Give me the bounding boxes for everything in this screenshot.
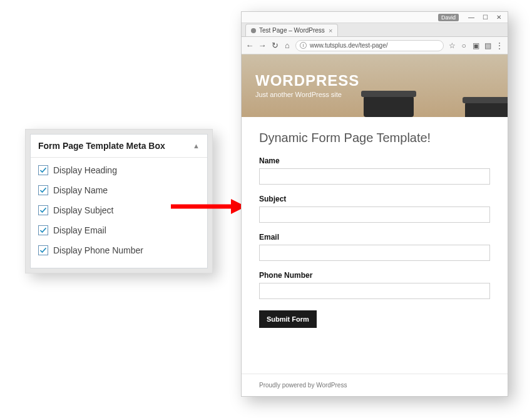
arrow-icon [171,198,246,215]
star-icon[interactable]: ☆ [448,41,456,50]
menu-icon[interactable]: ⋮ [495,41,504,50]
home-icon[interactable]: ⌂ [283,41,292,50]
checkbox-display-heading[interactable]: Display Heading [38,160,200,180]
email-label: Email [259,233,490,242]
site-info-icon[interactable]: i [300,42,307,49]
address-bar: ← → ↻ ⌂ i www.tutsplus.dev/test-page/ ☆ … [242,37,508,54]
forward-icon[interactable]: → [258,41,267,50]
url-text: www.tutsplus.dev/test-page/ [310,42,388,49]
minimize-button[interactable]: — [465,14,478,21]
checkbox-label: Display Subject [53,205,114,215]
maximize-button[interactable]: ☐ [479,14,491,21]
phone-input[interactable] [259,283,490,299]
checkbox-display-phone[interactable]: Display Phone Number [38,240,200,260]
metabox-title: Form Page Template Meta Box [38,141,165,151]
page-body: WORDPRESS Just another WordPress site Dy… [242,54,508,396]
checkbox-icon [38,165,48,175]
checkbox-label: Display Name [53,185,108,195]
browser-window: David — ☐ ✕ Test Page – WordPress × ← → … [241,11,508,397]
name-label: Name [259,156,490,165]
page-heading: Dynamic Form Page Template! [259,131,490,145]
email-input[interactable] [259,245,490,261]
footer-text: Proudly powered by WordPress [259,382,347,389]
submit-button[interactable]: Submit Form [259,310,317,328]
subject-label: Subject [259,195,490,203]
site-footer: Proudly powered by WordPress [242,374,508,396]
site-tagline: Just another WordPress site [255,91,359,98]
hero-banner: WORDPRESS Just another WordPress site [242,54,508,117]
plant-decor [465,101,508,117]
checkbox-icon [38,205,48,215]
back-icon[interactable]: ← [245,41,254,50]
collapse-icon[interactable]: ▲ [193,142,200,150]
metabox-header[interactable]: Form Page Template Meta Box ▲ [31,135,207,158]
tab-close-icon[interactable]: × [325,27,332,34]
checkbox-display-email[interactable]: Display Email [38,220,200,240]
favicon-icon [251,28,256,33]
page-icon[interactable]: ▤ [483,41,492,50]
tab-strip: Test Page – WordPress × [242,23,508,37]
extension-icon[interactable]: ▣ [471,41,480,50]
name-input[interactable] [259,168,490,185]
phone-label: Phone Number [259,271,490,280]
subject-input[interactable] [259,206,490,223]
checkbox-label: Display Heading [53,165,117,175]
reload-icon[interactable]: ↻ [270,41,279,50]
close-button[interactable]: ✕ [493,14,505,21]
user-pill[interactable]: David [438,14,459,21]
checkbox-icon [38,225,48,235]
url-field[interactable]: i www.tutsplus.dev/test-page/ [295,40,444,51]
checkbox-label: Display Email [53,225,106,235]
checkbox-icon [38,185,48,195]
site-title: WORDPRESS [255,72,359,89]
browser-tab[interactable]: Test Page – WordPress × [245,24,338,36]
checkbox-icon [38,245,48,255]
page-content: Dynamic Form Page Template! Name Subject… [242,117,508,374]
checkbox-label: Display Phone Number [53,245,143,255]
tab-title: Test Page – WordPress [259,27,325,34]
window-titlebar: David — ☐ ✕ [242,12,508,23]
plant-decor [364,94,414,117]
shield-icon[interactable]: ○ [459,41,468,50]
